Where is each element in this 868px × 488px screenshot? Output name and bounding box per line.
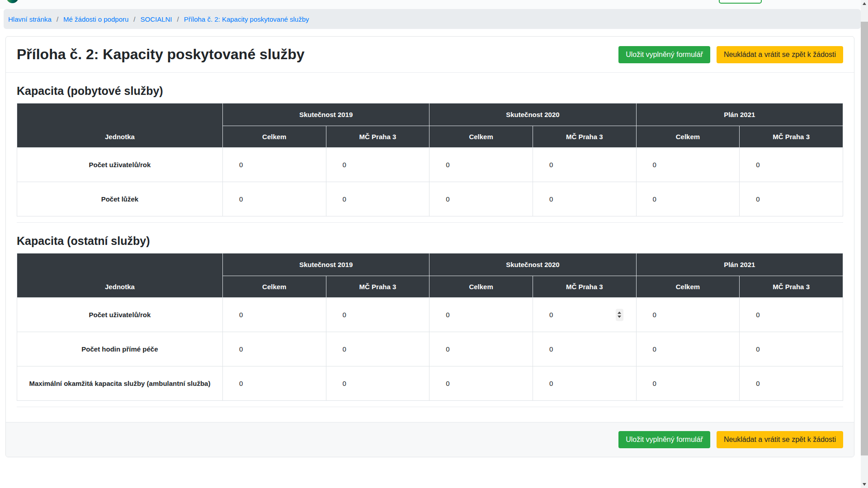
column-header-jednotka: Jednotka	[17, 103, 223, 148]
breadcrumb: Hlavní stránka / Mé žádosti o podporu / …	[4, 9, 861, 29]
partial-outline-button[interactable]	[719, 0, 762, 4]
value-cell	[533, 366, 636, 401]
value-cell	[326, 182, 429, 216]
capacity-input[interactable]	[642, 195, 734, 203]
column-header-group: Plán 2021	[636, 253, 843, 276]
capacity-input[interactable]	[538, 380, 631, 387]
value-cell	[636, 298, 740, 332]
scrollbar[interactable]	[861, 0, 868, 488]
value-cell	[740, 182, 843, 216]
card-body: Kapacita (pobytové služby)JednotkaSkuteč…	[6, 84, 854, 407]
breadcrumb-link-home[interactable]: Hlavní stránka	[8, 15, 52, 23]
capacity-input[interactable]	[435, 195, 527, 203]
capacity-input[interactable]	[332, 311, 424, 319]
save-form-button[interactable]: Uložit vyplněný formulář	[618, 46, 710, 63]
column-header-sub: MČ Praha 3	[740, 126, 843, 148]
scrollbar-up-arrow[interactable]	[861, 0, 868, 7]
table-row: Počet uživatelů/rok	[17, 298, 843, 332]
header-actions: Uložit vyplněný formulář Neukládat a vrá…	[618, 46, 843, 63]
table-row: Počet hodin přímé péče	[17, 332, 843, 366]
column-header-group: Plán 2021	[636, 103, 843, 126]
breadcrumb-link-socialni[interactable]: SOCIALNI	[140, 15, 172, 23]
spinner-down-icon[interactable]	[618, 316, 621, 318]
value-cell	[222, 148, 326, 182]
card-header: Příloha č. 2: Kapacity poskytované služb…	[6, 37, 854, 73]
capacity-input[interactable]	[332, 161, 424, 169]
value-cell	[533, 182, 636, 216]
column-header-jednotka: Jednotka	[17, 253, 223, 298]
capacity-input[interactable]	[538, 345, 631, 353]
column-header-group: Skutečnost 2020	[429, 103, 636, 126]
value-cell	[429, 148, 533, 182]
row-label: Počet lůžek	[17, 182, 223, 216]
app-header-partial	[0, 0, 861, 9]
cancel-return-button[interactable]: Neukládat a vrátit se zpět k žádosti	[717, 46, 843, 63]
column-header-sub: Celkem	[636, 276, 740, 298]
spinner-up-icon[interactable]	[618, 312, 621, 314]
value-cell	[429, 366, 533, 401]
capacity-input[interactable]	[332, 380, 424, 387]
save-form-button-bottom[interactable]: Uložit vyplněný formulář	[618, 431, 710, 448]
capacity-input[interactable]	[228, 195, 321, 203]
capacity-input[interactable]	[435, 161, 527, 169]
value-cell	[533, 332, 636, 366]
value-cell	[533, 148, 636, 182]
scrollbar-thumb[interactable]	[861, 22, 868, 455]
capacity-input[interactable]	[745, 161, 837, 169]
breadcrumb-link-current[interactable]: Příloha č. 2: Kapacity poskytované služb…	[184, 15, 309, 23]
capacity-input[interactable]	[435, 380, 527, 387]
arrow-down-icon	[863, 483, 866, 486]
table-header-group-row: JednotkaSkutečnost 2019Skutečnost 2020Pl…	[17, 253, 843, 276]
capacity-input[interactable]	[538, 161, 631, 169]
capacity-input[interactable]	[745, 195, 837, 203]
capacity-input[interactable]	[642, 161, 734, 169]
table-row: Počet uživatelů/rok	[17, 148, 843, 182]
breadcrumb-separator: /	[177, 15, 179, 23]
value-cell	[222, 332, 326, 366]
arrow-up-icon	[863, 2, 866, 5]
number-spinner[interactable]	[616, 309, 623, 321]
card-footer: Uložit vyplněný formulář Neukládat a vrá…	[6, 422, 854, 457]
value-cell	[222, 366, 326, 401]
capacity-input[interactable]	[332, 195, 424, 203]
capacity-input[interactable]	[642, 345, 734, 353]
capacity-input[interactable]	[228, 161, 321, 169]
scrollbar-down-arrow[interactable]	[861, 481, 868, 488]
column-header-sub: Celkem	[429, 276, 533, 298]
value-cell	[429, 182, 533, 216]
capacity-input[interactable]	[538, 195, 631, 203]
value-cell	[636, 148, 740, 182]
value-cell	[222, 298, 326, 332]
column-header-sub: MČ Praha 3	[740, 276, 843, 298]
table-row: Maximální okamžitá kapacita služby (ambu…	[17, 366, 843, 401]
value-cell	[636, 366, 740, 401]
table-header-group-row: JednotkaSkutečnost 2019Skutečnost 2020Pl…	[17, 103, 843, 126]
capacity-input[interactable]	[228, 311, 321, 319]
capacity-input[interactable]	[745, 311, 837, 319]
capacity-input[interactable]	[435, 345, 527, 353]
capacity-input[interactable]	[745, 345, 837, 353]
capacity-input[interactable]	[642, 311, 734, 319]
section-divider	[17, 407, 843, 407]
column-header-sub: Celkem	[429, 126, 533, 148]
column-header-sub: MČ Praha 3	[533, 276, 636, 298]
form-card: Příloha č. 2: Kapacity poskytované služb…	[5, 36, 854, 457]
section-title: Kapacita (pobytové služby)	[17, 84, 843, 98]
value-cell	[636, 332, 740, 366]
breadcrumb-separator: /	[133, 15, 135, 23]
capacity-input[interactable]	[332, 345, 424, 353]
value-cell	[326, 298, 429, 332]
value-cell	[533, 298, 636, 332]
capacity-input[interactable]	[745, 380, 837, 387]
capacity-input[interactable]	[228, 380, 321, 387]
capacity-input[interactable]	[435, 311, 527, 319]
value-cell	[636, 182, 740, 216]
column-header-sub: MČ Praha 3	[533, 126, 636, 148]
column-header-sub: MČ Praha 3	[326, 126, 429, 148]
capacity-input[interactable]	[228, 345, 321, 353]
value-cell	[740, 298, 843, 332]
cancel-return-button-bottom[interactable]: Neukládat a vrátit se zpět k žádosti	[717, 431, 843, 448]
breadcrumb-link-requests[interactable]: Mé žádosti o podporu	[63, 15, 128, 23]
capacity-input[interactable]	[642, 380, 734, 387]
value-cell	[740, 366, 843, 401]
